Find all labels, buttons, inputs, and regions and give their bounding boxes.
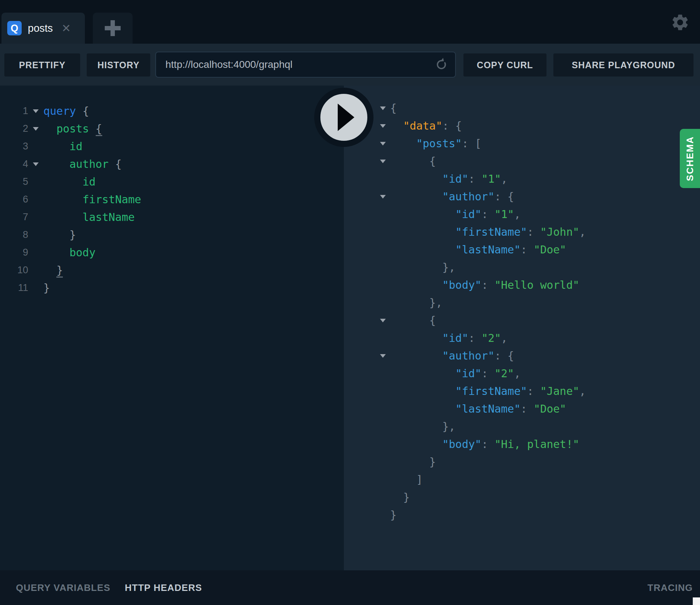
code-text: "data": { bbox=[390, 119, 462, 132]
code-line: "posts": [ bbox=[344, 135, 700, 152]
line-number: 3 bbox=[0, 141, 28, 152]
code-line: 7 lastName bbox=[0, 208, 344, 226]
response-json: { "data": { "posts": [ { "id": "1", "aut… bbox=[344, 86, 700, 524]
copy-curl-button[interactable]: COPY CURL bbox=[463, 53, 546, 77]
fold-spacer bbox=[28, 191, 43, 208]
code-line: "data": { bbox=[344, 117, 700, 135]
fold-spacer bbox=[376, 241, 390, 258]
line-number: 5 bbox=[0, 176, 28, 187]
code-line: "firstName": "Jane", bbox=[344, 382, 700, 400]
code-text: firstName bbox=[43, 193, 141, 206]
http-headers-tab[interactable]: HTTP HEADERS bbox=[125, 582, 202, 593]
fold-spacer bbox=[376, 471, 390, 488]
fold-arrow-icon[interactable] bbox=[376, 117, 390, 135]
code-line: }, bbox=[344, 258, 700, 276]
code-line: { bbox=[344, 99, 700, 117]
code-text: ] bbox=[390, 473, 423, 486]
share-playground-button[interactable]: SHARE PLAYGROUND bbox=[553, 53, 693, 77]
execute-query-button[interactable] bbox=[314, 88, 373, 147]
bottom-bar: QUERY VARIABLES HTTP HEADERS TRACING bbox=[0, 570, 700, 605]
code-line: "body": "Hello world" bbox=[344, 276, 700, 294]
query-editor-pane[interactable]: 1query {2 posts {3 id4 author {5 id6 fir… bbox=[0, 86, 344, 570]
code-text: }, bbox=[390, 296, 442, 309]
code-text: { bbox=[390, 155, 436, 167]
code-line: "id": "1", bbox=[344, 170, 700, 188]
fold-arrow-icon[interactable] bbox=[376, 347, 390, 365]
code-text: } bbox=[43, 282, 50, 294]
schema-sidebar-tab[interactable]: SCHEMA bbox=[680, 129, 700, 188]
code-line: "id": "1", bbox=[344, 205, 700, 223]
code-line: "id": "2", bbox=[344, 365, 700, 382]
fold-arrow-icon[interactable] bbox=[28, 120, 43, 138]
code-line: 4 author { bbox=[0, 155, 344, 173]
new-tab-button[interactable] bbox=[93, 13, 133, 44]
plus-icon bbox=[105, 20, 121, 36]
fold-arrow-icon[interactable] bbox=[376, 152, 390, 170]
fold-spacer bbox=[376, 294, 390, 312]
fold-arrow-icon[interactable] bbox=[376, 99, 390, 117]
code-text: "lastName": "Doe" bbox=[390, 402, 566, 415]
fold-spacer bbox=[28, 261, 43, 279]
fold-arrow-icon[interactable] bbox=[376, 135, 390, 152]
code-text: id bbox=[43, 140, 82, 153]
code-line: }, bbox=[344, 294, 700, 312]
history-button[interactable]: HISTORY bbox=[87, 53, 150, 77]
fold-arrow-icon[interactable] bbox=[28, 155, 43, 173]
fold-spacer bbox=[376, 400, 390, 418]
code-text: "body": "Hello world" bbox=[390, 279, 579, 291]
fold-spacer bbox=[376, 506, 390, 524]
query-editor-code[interactable]: 1query {2 posts {3 id4 author {5 id6 fir… bbox=[0, 86, 344, 297]
query-type-badge: Q bbox=[7, 21, 22, 35]
play-icon bbox=[338, 104, 354, 131]
code-line: 3 id bbox=[0, 138, 344, 155]
tab-title: posts bbox=[28, 22, 53, 34]
response-pane: { "data": { "posts": [ { "id": "1", "aut… bbox=[344, 86, 700, 570]
line-number: 10 bbox=[0, 265, 28, 276]
code-text: { bbox=[390, 102, 397, 114]
query-variables-tab[interactable]: QUERY VARIABLES bbox=[16, 582, 111, 593]
code-text: "id": "2", bbox=[390, 332, 507, 344]
code-text: }, bbox=[390, 420, 455, 433]
fold-arrow-icon[interactable] bbox=[376, 188, 390, 205]
fold-spacer bbox=[28, 244, 43, 261]
code-text: } bbox=[390, 456, 436, 468]
fold-spacer bbox=[376, 453, 390, 471]
fold-spacer bbox=[376, 418, 390, 435]
tracing-tab[interactable]: TRACING bbox=[648, 582, 693, 593]
tab-posts[interactable]: Q posts ✕ bbox=[1, 13, 85, 44]
fold-spacer bbox=[28, 173, 43, 191]
toolbar: PRETTIFY HISTORY http://localhost:4000/g… bbox=[0, 44, 700, 86]
line-number: 8 bbox=[0, 229, 28, 240]
fold-arrow-icon[interactable] bbox=[376, 312, 390, 329]
code-text: "author": { bbox=[390, 349, 514, 362]
code-line: "id": "2", bbox=[344, 329, 700, 347]
close-tab-icon[interactable]: ✕ bbox=[61, 23, 71, 34]
gear-icon bbox=[670, 13, 690, 32]
code-line: 10 } bbox=[0, 261, 344, 279]
code-line: 9 body bbox=[0, 244, 344, 261]
code-text: } bbox=[43, 264, 63, 277]
code-line: } bbox=[344, 453, 700, 471]
code-line: } bbox=[344, 506, 700, 524]
line-number: 7 bbox=[0, 212, 28, 223]
endpoint-url-input[interactable]: http://localhost:4000/graphql bbox=[155, 52, 456, 78]
code-text: "body": "Hi, planet!" bbox=[390, 438, 579, 451]
code-line: 2 posts { bbox=[0, 120, 344, 138]
prettify-button[interactable]: PRETTIFY bbox=[4, 53, 80, 77]
settings-button[interactable] bbox=[670, 13, 690, 32]
fold-arrow-icon[interactable] bbox=[28, 102, 43, 120]
fold-spacer bbox=[376, 365, 390, 382]
line-number: 4 bbox=[0, 158, 28, 170]
code-line: { bbox=[344, 152, 700, 170]
code-text: } bbox=[390, 509, 397, 521]
line-number: 1 bbox=[0, 105, 28, 117]
reload-schema-button[interactable] bbox=[434, 57, 449, 72]
endpoint-url-value: http://localhost:4000/graphql bbox=[165, 59, 293, 70]
code-text: "lastName": "Doe" bbox=[390, 243, 566, 256]
fold-spacer bbox=[376, 258, 390, 276]
line-number: 11 bbox=[0, 282, 28, 293]
fold-spacer bbox=[376, 329, 390, 347]
code-line: { bbox=[344, 312, 700, 329]
code-text: "id": "2", bbox=[390, 367, 520, 380]
fold-spacer bbox=[376, 223, 390, 241]
